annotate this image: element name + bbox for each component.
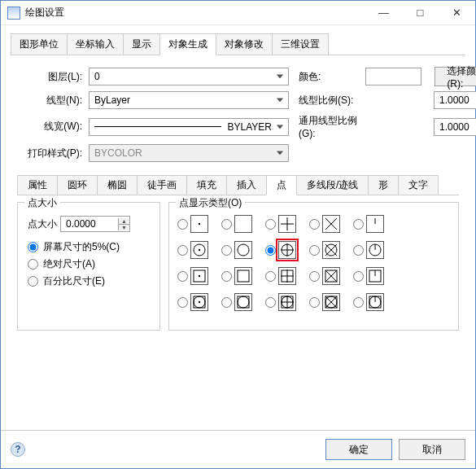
pdmode-glyph-icon [234,267,252,285]
pdmode-option-2-2[interactable] [265,265,306,287]
radio-screen-percent[interactable]: 屏幕尺寸的5%(C) [28,240,153,254]
tab-point[interactable]: 点 [266,175,297,195]
pdmode-glyph-icon [366,215,384,233]
pdmode-option-0-2[interactable] [265,213,306,235]
pdmode-option-1-3[interactable] [309,239,350,261]
radio-percent[interactable]: 百分比尺寸(E) [28,274,153,288]
pdmode-option-3-3[interactable] [309,291,350,313]
cancel-button[interactable]: 取消 [399,439,465,460]
plotstyle-select: BYCOLOR [89,144,289,162]
main-tabs: 图形单位 坐标输入 显示 对象生成 对象修改 三维设置 [11,33,465,55]
tab-entity-create[interactable]: 对象生成 [159,33,216,55]
color-label: 颜色: [299,70,359,84]
pdmode-option-1-4[interactable] [353,239,394,261]
linetype-label: 线型(N): [20,94,82,107]
tab-3d-settings[interactable]: 三维设置 [272,33,329,55]
pdmode-option-3-2[interactable] [265,291,306,313]
point-display-group-title: 点显示类型(O) [176,196,245,210]
spinner-down-icon[interactable]: ▼ [118,225,129,230]
pdmode-glyph-icon [278,241,296,259]
pdmode-glyph-icon [190,241,208,259]
pdmode-glyph-icon [322,215,340,233]
pdmode-glyph-icon [234,293,252,311]
pdmode-glyph-icon [190,215,208,233]
ltscale-input[interactable]: 1.0000▲▼ [434,91,476,109]
layer-select[interactable]: 0 [89,68,289,85]
pdmode-glyph-icon [366,241,384,259]
pdmode-glyph-icon [278,267,296,285]
tab-hatch[interactable]: 填充 [186,175,227,195]
lineweight-label: 线宽(W): [20,120,82,134]
pdmode-glyph-icon [366,267,384,285]
svg-point-30 [199,301,200,303]
pdmode-option-3-4[interactable] [353,291,394,313]
pdmode-option-2-0[interactable] [177,265,218,287]
tab-text[interactable]: 文字 [398,175,439,195]
tab-donut[interactable]: 圆环 [57,175,98,195]
pdmode-option-1-1[interactable] [221,239,262,261]
tab-shape[interactable]: 形 [368,175,399,195]
tab-entity-modify[interactable]: 对象修改 [216,33,273,55]
pdmode-option-0-0[interactable] [177,213,218,235]
app-icon [7,7,20,20]
pdmode-option-0-1[interactable] [221,213,262,235]
color-swatch [365,68,421,85]
point-size-group: 点大小 点大小 0.0000▲▼ 屏幕尺寸的5%(C) 绝对尺寸(A) 百分比尺… [17,202,160,331]
pdmode-option-2-3[interactable] [309,265,350,287]
choose-color-button[interactable]: 选择颜色(R): [435,67,476,86]
point-size-input[interactable]: 0.0000▲▼ [60,216,130,232]
svg-point-8 [238,244,249,256]
dialog-footer: ? 确定 取消 [1,430,475,468]
pdmode-glyph-icon [322,267,340,285]
pdmode-glyph-icon [278,215,296,233]
tab-freehand[interactable]: 徒手画 [137,175,187,195]
svg-point-18 [199,275,200,277]
linetype-select[interactable]: ByLayer [89,91,289,109]
tab-units[interactable]: 图形单位 [11,33,68,55]
pdmode-option-1-2[interactable] [265,239,306,261]
close-button[interactable]: ✕ [439,1,475,24]
minimize-button[interactable]: — [365,1,402,24]
ok-button[interactable]: 确定 [325,439,392,460]
svg-point-32 [238,296,249,308]
maximize-button[interactable]: □ [402,1,439,24]
svg-point-0 [199,223,200,225]
pdmode-glyph-icon [366,293,384,311]
tab-display[interactable]: 显示 [123,33,160,55]
pdmode-option-3-0[interactable] [177,291,218,313]
help-button[interactable]: ? [11,442,25,457]
pdmode-glyph-icon [322,293,340,311]
pdmode-glyph-icon [278,293,296,311]
spinner-up-icon[interactable]: ▲ [118,218,129,225]
point-display-group: 点显示类型(O) [168,202,459,331]
pdmode-option-0-3[interactable] [309,213,350,235]
svg-point-7 [199,249,200,251]
plotstyle-label: 打印样式(P): [20,147,82,160]
lineweight-select[interactable]: BYLAYER [89,118,289,136]
radio-absolute[interactable]: 绝对尺寸(A) [28,257,153,271]
pdmode-option-0-4[interactable] [353,213,394,235]
pdmode-option-2-1[interactable] [221,265,262,287]
pdmode-glyph-icon [190,267,208,285]
tab-ellipse[interactable]: 椭圆 [97,175,138,195]
sub-tabs: 属性 圆环 椭圆 徒手画 填充 插入 点 多线段/迹线 形 文字 [17,175,459,195]
svg-rect-19 [238,270,249,282]
celtscale-input[interactable]: 1.0000▲▼ [434,118,476,136]
ltscale-label: 线型比例(S): [299,94,373,107]
tab-insert[interactable]: 插入 [226,175,267,195]
layer-label: 图层(L): [20,70,82,84]
pdmode-glyph-icon [322,241,340,259]
pdmode-option-2-4[interactable] [353,265,394,287]
pdmode-glyph-icon [190,293,208,311]
dialog-window: 绘图设置 — □ ✕ 图形单位 坐标输入 显示 对象生成 对象修改 三维设置 图… [0,0,476,469]
celtscale-label: 通用线型比例(G): [299,114,373,139]
tab-polyline[interactable]: 多线段/迹线 [296,175,369,195]
pdmode-glyph-icon [234,215,252,233]
tab-attribute[interactable]: 属性 [17,175,58,195]
pdmode-glyph-icon [234,241,252,259]
window-title: 绘图设置 [25,6,365,20]
tab-coord-input[interactable]: 坐标输入 [67,33,124,55]
pdmode-option-1-0[interactable] [177,239,218,261]
point-size-group-title: 点大小 [24,196,60,210]
pdmode-option-3-1[interactable] [221,291,262,313]
